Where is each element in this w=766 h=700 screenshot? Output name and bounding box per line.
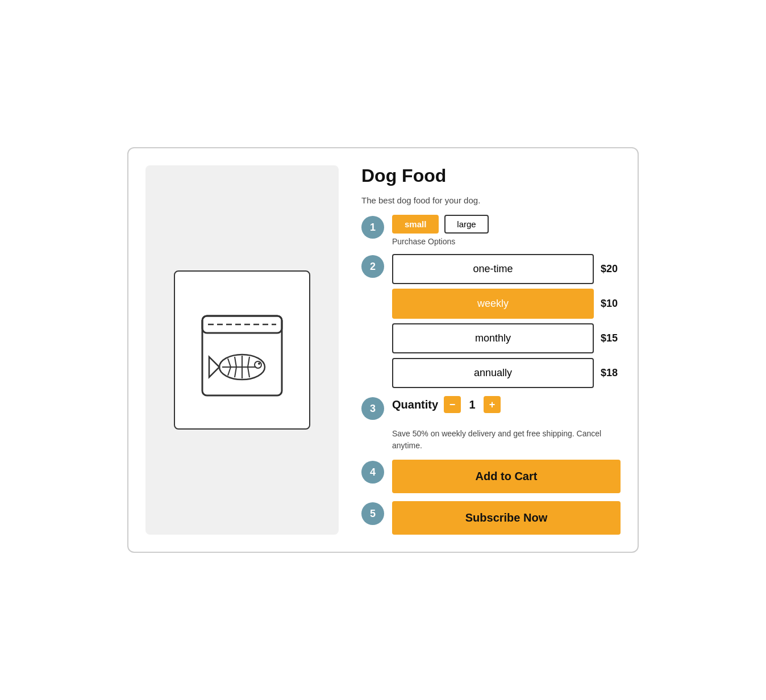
product-image	[174, 270, 310, 430]
purchase-option-weekly-price: $10	[601, 298, 621, 310]
step-2-row: 2 one-time $20 weekly $10 monthly $15 an…	[361, 254, 621, 388]
purchase-option-monthly-button[interactable]: monthly	[392, 323, 594, 353]
svg-point-6	[258, 363, 260, 365]
purchase-options-list: one-time $20 weekly $10 monthly $15 annu…	[392, 254, 621, 388]
add-to-cart-button[interactable]: Add to Cart	[392, 460, 621, 493]
product-description: The best dog food for your dog.	[361, 194, 621, 207]
product-card: Dog Food The best dog food for your dog.…	[127, 147, 639, 553]
svg-line-9	[235, 357, 236, 367]
purchase-option-weekly-row: weekly $10	[392, 289, 621, 319]
step-3-row: 3 Quantity − 1 +	[361, 396, 621, 420]
svg-line-15	[248, 367, 249, 377]
save-text: Save 50% on weekly delivery and get free…	[392, 428, 621, 452]
step-3-content: Quantity − 1 +	[392, 396, 621, 413]
step-4-row: 4 Add to Cart	[361, 460, 621, 493]
size-buttons: small large	[392, 215, 621, 234]
quantity-value: 1	[467, 398, 478, 411]
step-1-content: small large Purchase Options	[392, 215, 621, 246]
step-5-content: Subscribe Now	[392, 501, 621, 535]
svg-line-11	[248, 357, 249, 367]
quantity-row: Quantity − 1 +	[392, 396, 621, 413]
purchase-option-monthly-price: $15	[601, 332, 621, 344]
svg-marker-4	[209, 357, 219, 377]
product-image-area	[145, 165, 339, 535]
step-5-circle: 5	[361, 502, 384, 525]
step-2-circle: 2	[361, 255, 384, 278]
purchase-option-onetime-button[interactable]: one-time	[392, 254, 594, 284]
purchase-option-monthly-row: monthly $15	[392, 323, 621, 353]
svg-line-13	[235, 367, 236, 377]
product-details: Dog Food The best dog food for your dog.…	[361, 165, 621, 535]
step-4-content: Add to Cart	[392, 460, 621, 493]
step-3-circle: 3	[361, 397, 384, 420]
quantity-plus-button[interactable]: +	[484, 396, 501, 413]
purchase-option-onetime-row: one-time $20	[392, 254, 621, 284]
purchase-option-weekly-button[interactable]: weekly	[392, 289, 594, 319]
product-title: Dog Food	[361, 165, 621, 186]
purchase-option-annually-row: annually $18	[392, 358, 621, 388]
purchase-option-annually-price: $18	[601, 367, 621, 379]
subscribe-now-button[interactable]: Subscribe Now	[392, 501, 621, 535]
size-large-button[interactable]: large	[444, 215, 488, 234]
svg-rect-1	[202, 316, 282, 333]
purchase-options-label: Purchase Options	[392, 237, 621, 246]
purchase-option-annually-button[interactable]: annually	[392, 358, 594, 388]
purchase-option-onetime-price: $20	[601, 263, 621, 275]
quantity-minus-button[interactable]: −	[444, 396, 461, 413]
step-5-row: 5 Subscribe Now	[361, 501, 621, 535]
svg-line-8	[228, 359, 231, 367]
step-1-circle: 1	[361, 216, 384, 239]
step-1-row: 1 small large Purchase Options	[361, 215, 621, 246]
product-illustration	[191, 293, 293, 407]
quantity-label: Quantity	[392, 398, 438, 411]
step-4-circle: 4	[361, 461, 384, 484]
size-small-button[interactable]: small	[392, 215, 439, 234]
svg-line-12	[228, 367, 231, 376]
